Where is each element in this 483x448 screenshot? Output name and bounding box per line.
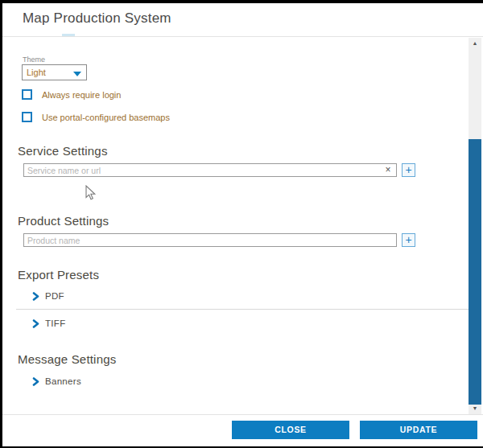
clear-icon[interactable]: ×: [382, 165, 394, 176]
dialog-footer: CLOSE UPDATE: [2, 414, 483, 446]
theme-label: Theme: [23, 55, 45, 64]
scrollbar-thumb[interactable]: [469, 139, 481, 405]
chevron-right-icon: [32, 377, 39, 386]
add-product-button[interactable]: +: [402, 233, 415, 247]
export-presets-heading: Export Presets: [18, 268, 99, 282]
chevron-right-icon: [32, 292, 39, 301]
export-preset-pdf-label: PDF: [45, 291, 64, 301]
portal-basemaps-label: Use portal-configured basemaps: [42, 113, 170, 122]
update-button[interactable]: UPDATE: [360, 421, 477, 439]
message-settings-heading: Message Settings: [18, 352, 116, 366]
map-production-system-dialog: Map Production System Theme Light Always…: [0, 0, 483, 448]
theme-select[interactable]: Light: [22, 64, 87, 80]
chevron-right-icon: [32, 319, 39, 328]
preset-divider: [16, 309, 469, 310]
portal-basemaps-checkbox[interactable]: [22, 112, 32, 122]
product-settings-heading: Product Settings: [18, 214, 109, 228]
message-setting-banners-label: Banners: [45, 376, 81, 386]
mouse-cursor: [85, 185, 97, 201]
service-name-input[interactable]: [23, 163, 397, 177]
theme-selected-value: Light: [27, 68, 46, 77]
dialog-title: Map Production System: [23, 10, 171, 27]
scroll-up-icon[interactable]: ▲: [469, 38, 481, 49]
scroll-down-icon[interactable]: ▼: [469, 403, 481, 414]
service-settings-heading: Service Settings: [18, 144, 108, 158]
dialog-header: Map Production System: [2, 3, 483, 37]
always-require-login-checkbox[interactable]: [22, 89, 32, 100]
vertical-scrollbar[interactable]: ▲ ▼: [469, 38, 481, 414]
chevron-down-icon: [73, 72, 81, 76]
close-button[interactable]: CLOSE: [232, 421, 349, 439]
always-require-login-label: Always require login: [42, 90, 121, 100]
settings-scroll-area: Theme Light Always require login Use por…: [2, 38, 471, 414]
product-name-input[interactable]: [23, 233, 397, 247]
scrolled-content-remnant: [62, 34, 75, 36]
export-preset-tiff-label: TIFF: [45, 319, 65, 328]
add-service-button[interactable]: +: [402, 163, 415, 177]
